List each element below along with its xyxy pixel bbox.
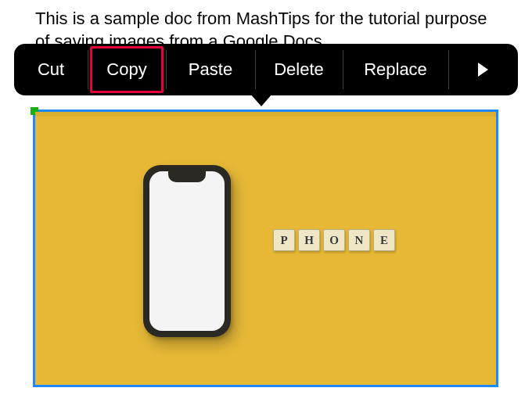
more-menu-item[interactable] — [448, 44, 518, 95]
context-menu: Cut Copy Paste Delete Replace — [14, 44, 518, 95]
letter-tiles: P H O N E — [273, 229, 395, 251]
letter-tile: O — [323, 229, 345, 251]
menu-pointer-icon — [250, 94, 272, 106]
image-top-shadow — [35, 112, 496, 117]
phone-graphic — [143, 165, 231, 337]
cut-label: Cut — [38, 59, 64, 80]
play-icon — [478, 63, 488, 77]
paste-label: Paste — [189, 59, 232, 80]
copy-label: Copy — [106, 59, 146, 80]
image-background: P H O N E — [35, 112, 496, 385]
phone-notch — [168, 171, 206, 182]
replace-label: Replace — [364, 59, 427, 80]
letter-tile: N — [348, 229, 370, 251]
letter-tile: P — [273, 229, 295, 251]
delete-menu-item[interactable]: Delete — [255, 44, 343, 95]
paste-menu-item[interactable]: Paste — [166, 44, 255, 95]
copy-menu-item[interactable]: Copy — [88, 44, 166, 95]
letter-tile: H — [298, 229, 320, 251]
selected-image[interactable]: P H O N E — [33, 110, 498, 387]
delete-label: Delete — [274, 59, 324, 80]
letter-tile: E — [373, 229, 395, 251]
replace-menu-item[interactable]: Replace — [343, 44, 448, 95]
cut-menu-item[interactable]: Cut — [14, 44, 88, 95]
phone-screen — [149, 171, 225, 331]
